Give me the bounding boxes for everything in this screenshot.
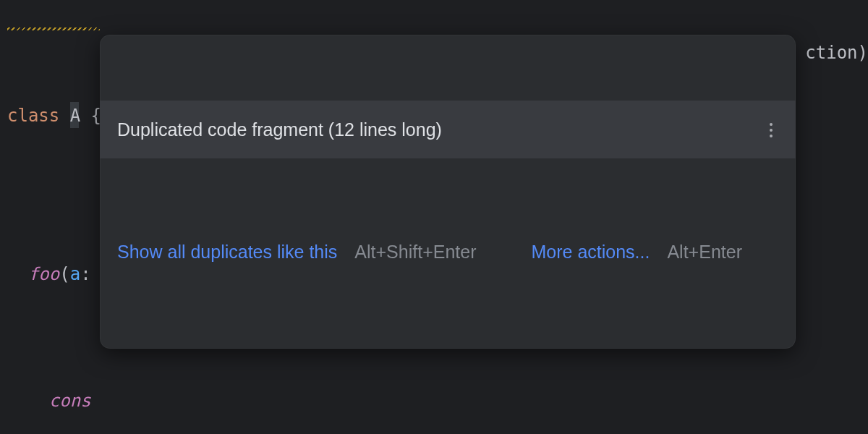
keyword-class: class — [7, 106, 59, 126]
offscreen-code-fragment: ction) — [805, 38, 868, 69]
kebab-menu-icon[interactable] — [764, 123, 778, 137]
inspection-title: Duplicated code fragment (12 lines long) — [117, 114, 442, 147]
code-editor[interactable]: class A { foo(a: cons cons console.log('… — [0, 0, 868, 434]
class-name: A — [70, 101, 80, 132]
shortcut-label: Alt+Enter — [667, 236, 742, 269]
warning-underline — [7, 27, 100, 30]
method-name: foo — [28, 264, 59, 284]
more-actions[interactable]: More actions... — [531, 236, 650, 269]
code-line: cons — [7, 386, 868, 417]
inspection-popup: Duplicated code fragment (12 lines long)… — [100, 35, 796, 349]
shortcut-label: Alt+Shift+Enter — [354, 236, 476, 269]
show-duplicates-action[interactable]: Show all duplicates like this — [117, 236, 337, 269]
param: a — [70, 264, 80, 284]
inspection-popup-actions: Show all duplicates like this Alt+Shift+… — [100, 224, 796, 284]
inspection-popup-header: Duplicated code fragment (12 lines long) — [100, 101, 796, 158]
